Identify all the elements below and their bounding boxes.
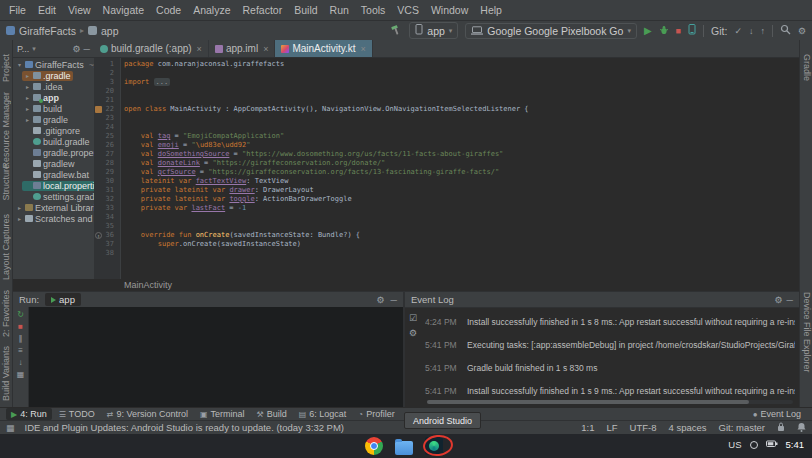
- file-encoding[interactable]: UTF-8: [630, 422, 657, 433]
- search-icon[interactable]: [780, 24, 791, 37]
- stop-icon[interactable]: ■: [18, 322, 23, 331]
- stripe-project[interactable]: Project: [1, 54, 11, 82]
- tool-tab-profiler[interactable]: ◔Profiler: [353, 408, 399, 420]
- git-branch[interactable]: Git: master: [719, 422, 765, 433]
- menu-edit[interactable]: Edit: [32, 2, 62, 18]
- breadcrumb-module[interactable]: app: [101, 25, 119, 37]
- git-update-icon[interactable]: ↓: [749, 26, 754, 36]
- code-editor[interactable]: 1package com.naranjaconsal.giraffefacts2…: [94, 58, 799, 279]
- tree-item-settings-gradl[interactable]: settings.gradl...: [13, 191, 94, 202]
- pause-output-icon[interactable]: ∥: [19, 334, 23, 343]
- menu-analyze[interactable]: Analyze: [187, 2, 236, 18]
- tree-item-idea[interactable]: ▸.idea: [13, 81, 94, 92]
- menu-help[interactable]: Help: [474, 2, 508, 18]
- chevron-down-icon[interactable]: ▾: [32, 45, 36, 53]
- override-marker-icon[interactable]: ↑: [95, 232, 102, 239]
- project-panel-title[interactable]: P...: [17, 44, 29, 54]
- panel-settings-icon[interactable]: ⚙: [775, 295, 783, 305]
- lock-icon[interactable]: [777, 422, 785, 434]
- chrome-icon[interactable]: [365, 437, 383, 455]
- tool-tab-event-log[interactable]: ●Event Log: [748, 408, 806, 420]
- tool-tab-terminal[interactable]: ▣Terminal: [195, 408, 250, 420]
- run-configuration-select[interactable]: app ▾: [409, 22, 458, 39]
- battery-icon[interactable]: [766, 439, 778, 450]
- clock[interactable]: 5:41: [786, 439, 805, 450]
- tab-mainactivity-kt[interactable]: MainActivity.kt×: [275, 40, 372, 57]
- tree-item-build[interactable]: ▸build: [13, 103, 94, 114]
- tool-tab-6-logcat[interactable]: ▤6: Logcat: [294, 408, 352, 420]
- keyboard-layout[interactable]: US: [728, 439, 741, 450]
- event-filter-icon[interactable]: ☑: [409, 313, 417, 323]
- run-button[interactable]: ▶: [644, 26, 652, 36]
- tree-expand-icon[interactable]: ▸: [16, 215, 23, 222]
- close-tab-icon[interactable]: ×: [197, 44, 202, 54]
- tree-expand-icon[interactable]: ▸: [16, 204, 23, 211]
- hide-panel-icon[interactable]: ─: [84, 44, 90, 54]
- run-console[interactable]: [29, 307, 403, 407]
- tool-window-switcher-icon[interactable]: ▦: [6, 423, 15, 433]
- tray-status-icon[interactable]: [750, 441, 758, 449]
- hide-panel-icon[interactable]: ─: [787, 295, 793, 305]
- soft-wrap-icon[interactable]: ≡: [18, 346, 23, 355]
- menu-code[interactable]: Code: [150, 2, 187, 18]
- rerun-icon[interactable]: ↻: [17, 310, 24, 319]
- gradle-task-icon[interactable]: ⚙: [409, 328, 417, 338]
- device-select[interactable]: Google Google Pixelbook Go ▾: [465, 23, 637, 39]
- stripe-2-favorites[interactable]: 2: Favorites: [1, 290, 11, 337]
- close-tab-icon[interactable]: ×: [263, 44, 268, 54]
- tree-item-gradlew-bat[interactable]: gradlew.bat: [13, 169, 94, 180]
- notifications-bell-icon[interactable]: [797, 422, 806, 434]
- menu-refactor[interactable]: Refactor: [237, 2, 289, 18]
- stripe-gradle[interactable]: Gradle: [802, 54, 812, 81]
- tab-app-iml[interactable]: app.iml×: [209, 40, 276, 57]
- status-message[interactable]: IDE and Plugin Updates: Android Studio i…: [25, 422, 345, 433]
- tab-build-gradle-app[interactable]: build.gradle (:app)×: [94, 40, 209, 57]
- menu-run[interactable]: Run: [324, 2, 355, 18]
- tree-item-scratches-and-co[interactable]: ▸Scratches and Co...: [13, 213, 94, 224]
- run-tab-app[interactable]: app: [45, 293, 81, 306]
- git-commit-check-icon[interactable]: ✓: [734, 26, 742, 36]
- tree-item-gitignore[interactable]: .gitignore: [13, 125, 94, 136]
- tool-tab-4-run[interactable]: ▶4: Run: [6, 408, 52, 420]
- panel-settings-icon[interactable]: ⚙: [377, 295, 385, 305]
- editor-breadcrumb[interactable]: MainActivity: [94, 279, 799, 291]
- tree-item-giraffefacts[interactable]: ▾GiraffeFacts~/Andr: [13, 59, 94, 70]
- class-marker-icon[interactable]: [95, 106, 102, 113]
- tool-tab-9-version-control[interactable]: ⇄9: Version Control: [102, 408, 193, 420]
- tree-item-build-gradle[interactable]: build.gradle: [13, 136, 94, 147]
- stripe-device-file-explorer[interactable]: Device File Explorer: [802, 292, 812, 373]
- file-manager-icon[interactable]: [395, 441, 413, 455]
- line-separator[interactable]: LF: [607, 422, 618, 433]
- stripe-build-variants[interactable]: Build Variants: [1, 346, 11, 401]
- tree-item-gradle[interactable]: ▸gradle: [13, 114, 94, 125]
- caret-position[interactable]: 1:1: [581, 422, 594, 433]
- tree-expand-icon[interactable]: ▸: [24, 72, 31, 79]
- stripe-resource-manager[interactable]: Resource Manager: [1, 92, 11, 169]
- tree-item-gradle-propert[interactable]: gradle.propert...: [13, 147, 94, 158]
- menu-tools[interactable]: Tools: [355, 2, 392, 18]
- debug-bug-icon[interactable]: [659, 25, 669, 37]
- menu-navigate[interactable]: Navigate: [97, 2, 150, 18]
- menu-window[interactable]: Window: [425, 2, 474, 18]
- tool-tab-todo[interactable]: ☰TODO: [54, 408, 100, 420]
- tree-item-external-libraries[interactable]: ▸External Libraries: [13, 202, 94, 213]
- stop-button[interactable]: ■: [676, 26, 681, 36]
- tree-item-local-properties[interactable]: local.properties: [13, 180, 94, 191]
- tree-expand-icon[interactable]: ▸: [24, 116, 31, 123]
- git-push-icon[interactable]: ↑: [760, 26, 765, 36]
- tree-expand-icon[interactable]: ▾: [16, 61, 23, 68]
- menu-file[interactable]: File: [3, 2, 32, 18]
- stripe-structure[interactable]: Structure: [1, 164, 11, 201]
- hide-panel-icon[interactable]: ─: [391, 295, 397, 305]
- tree-item-gradlew[interactable]: gradlew: [13, 158, 94, 169]
- menu-vcs[interactable]: VCS: [391, 2, 425, 18]
- tree-expand-icon[interactable]: ▸: [24, 94, 31, 101]
- device-file-manager-icon[interactable]: [688, 24, 696, 37]
- tool-tab-build[interactable]: ⚒Build: [252, 408, 292, 420]
- panel-settings-icon[interactable]: ⚙: [73, 44, 81, 54]
- tree-item-gradle[interactable]: ▸.gradle: [13, 70, 94, 81]
- menu-view[interactable]: View: [62, 2, 97, 18]
- menu-build[interactable]: Build: [288, 2, 323, 18]
- close-tab-icon[interactable]: ×: [361, 44, 366, 54]
- tree-expand-icon[interactable]: ▸: [24, 83, 31, 90]
